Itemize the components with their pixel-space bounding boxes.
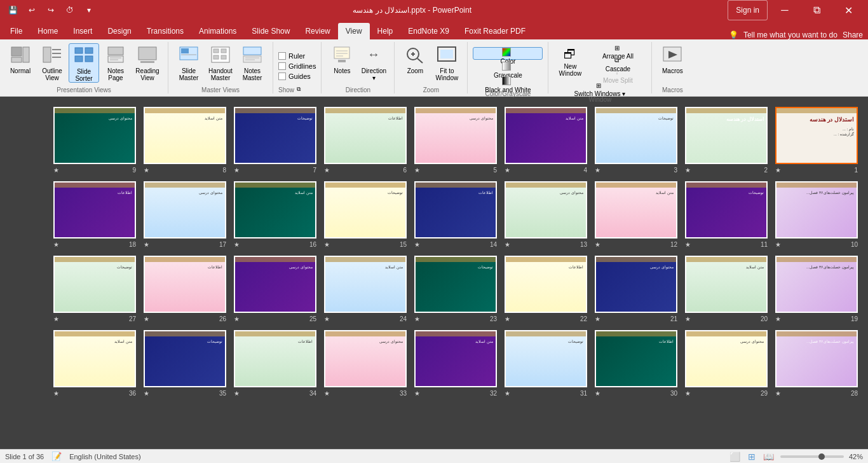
move-split-button[interactable]: ↕ Move Split xyxy=(589,69,646,80)
cascade-button[interactable]: ⧉ Cascade xyxy=(589,57,646,68)
close-button[interactable]: ✕ xyxy=(834,0,863,20)
normal-view-status-button[interactable]: ⬜ xyxy=(728,452,742,462)
list-item[interactable]: استدلال در هندسه★2 xyxy=(685,107,768,174)
tab-insert[interactable]: Insert xyxy=(65,23,100,39)
list-item[interactable]: محتوای درسی★29 xyxy=(685,330,768,397)
zoom-slider[interactable] xyxy=(780,455,844,458)
tab-file[interactable]: File xyxy=(3,23,30,39)
notes-icon[interactable]: 📝 xyxy=(51,452,62,461)
guides-checkbox[interactable]: Guides xyxy=(278,72,311,81)
tab-help[interactable]: Help xyxy=(370,23,401,39)
macros-button[interactable]: Macros xyxy=(657,43,688,83)
list-item[interactable]: متن اسلاید★24 xyxy=(324,256,407,322)
gridlines-checkbox[interactable]: Gridlines xyxy=(278,62,316,71)
tell-me-input[interactable]: Tell me what you want to do xyxy=(743,31,837,39)
restore-button[interactable]: ⧉ xyxy=(802,0,831,20)
list-item[interactable]: توضیحات★23 xyxy=(414,256,497,322)
tab-design[interactable]: Design xyxy=(100,23,139,39)
tab-home[interactable]: Home xyxy=(30,23,65,39)
handout-master-button[interactable]: Handout Master xyxy=(205,43,236,83)
list-item[interactable]: متن اسلاید★4 xyxy=(505,107,587,174)
slide-sorter-button[interactable]: Slide Sorter xyxy=(69,43,99,83)
svg-rect-18 xyxy=(181,48,189,53)
list-item[interactable]: اطلاعات★26 xyxy=(144,256,226,322)
normal-view-button[interactable]: Normal xyxy=(5,43,36,83)
list-item[interactable]: محتوای درسی★25 xyxy=(234,256,316,322)
show-dialog-button[interactable]: ⧉ xyxy=(297,86,301,93)
save-button[interactable]: 💾 xyxy=(5,3,20,18)
view-direction-button[interactable]: ↔ Direction ▾ xyxy=(358,43,389,83)
ruler-checkbox[interactable]: Ruler xyxy=(278,52,305,60)
list-item[interactable]: توضیحات★31 xyxy=(505,330,587,397)
black-white-button[interactable]: Black and White xyxy=(473,76,543,89)
customize-qat[interactable]: ▾ xyxy=(81,3,97,18)
arrange-all-button[interactable]: ⊞ Arrange All xyxy=(589,45,646,56)
sign-in-button[interactable]: Sign in xyxy=(728,0,768,20)
reading-view-button[interactable]: Reading View xyxy=(132,43,163,83)
zoom-button[interactable]: Zoom xyxy=(400,43,430,83)
window-group: 🗗 New Window ⊞ Arrange All ⧉ Cascade ↕ M… xyxy=(548,42,652,93)
list-item[interactable]: توضیحات★3 xyxy=(595,107,677,174)
list-item[interactable]: توضیحات★11 xyxy=(685,181,768,248)
slide-master-label: Slide Master xyxy=(175,67,203,81)
list-item[interactable]: پیرامون خصلت‌های ۳۶ فصل...★28 xyxy=(775,330,858,397)
list-item[interactable]: محتوای درسی★21 xyxy=(595,256,677,322)
list-item[interactable]: متن اسلاید★12 xyxy=(595,181,677,248)
list-item[interactable]: توضیحات★15 xyxy=(324,181,407,248)
share-button[interactable]: Share xyxy=(843,31,863,39)
new-window-icon: 🗗 xyxy=(564,47,576,62)
reading-view-status-button[interactable]: 📖 xyxy=(762,452,775,462)
window-col: ⊞ Arrange All ⧉ Cascade ↕ Move Split xyxy=(589,45,646,80)
list-item[interactable]: محتوای درسی★5 xyxy=(414,107,497,174)
list-item[interactable]: محتوای درسی★9 xyxy=(53,107,136,174)
list-item[interactable]: پیرامون خصلت‌های ۳۶ فصل...★10 xyxy=(775,181,858,248)
fit-to-window-button[interactable]: Fit to Window xyxy=(431,43,462,83)
slide-master-button[interactable]: Slide Master xyxy=(173,43,204,83)
color-button[interactable]: Color xyxy=(473,47,543,60)
tab-transitions[interactable]: Transitions xyxy=(139,23,191,39)
title-bar-left: 💾 ↩ ↪ ⏱ ▾ xyxy=(5,3,97,18)
direction-icon: ↔ xyxy=(363,46,384,66)
list-item[interactable]: توضیحات★7 xyxy=(234,107,316,174)
notes-page-button[interactable]: Notes Page xyxy=(100,43,131,83)
master-views-content: Slide Master Handout Master xyxy=(173,42,268,85)
timer-button[interactable]: ⏱ xyxy=(62,3,78,18)
list-item[interactable]: اطلاعات★22 xyxy=(505,256,587,322)
tab-slide-show[interactable]: Slide Show xyxy=(244,23,297,39)
undo-button[interactable]: ↩ xyxy=(24,3,39,18)
tab-foxit[interactable]: Foxit Reader PDF xyxy=(457,23,533,39)
list-item[interactable]: اطلاعات★18 xyxy=(53,181,136,248)
list-item[interactable]: پیرامون خصلت‌های ۳۶ فصل...★19 xyxy=(775,256,858,322)
list-item[interactable]: اطلاعات★34 xyxy=(234,330,316,397)
switch-windows-button[interactable]: ⊞ Switch Windows ▾ xyxy=(553,82,646,95)
tab-review[interactable]: Review xyxy=(297,23,337,39)
new-window-button[interactable]: 🗗 New Window xyxy=(553,45,587,76)
macros-group: Macros Macros xyxy=(652,42,693,93)
notes-master-button[interactable]: Notes Master xyxy=(237,43,268,83)
list-item[interactable]: متن اسلاید★32 xyxy=(414,330,497,397)
tab-animations[interactable]: Animations xyxy=(191,23,244,39)
list-item[interactable]: متن اسلاید★36 xyxy=(53,330,136,397)
list-item[interactable]: استدلال در هندسهنام : ...گزارشده : ...★1 xyxy=(775,107,858,174)
tab-view[interactable]: View xyxy=(338,23,370,39)
list-item[interactable]: محتوای درسی★33 xyxy=(324,330,407,397)
list-item[interactable]: توضیحات★27 xyxy=(53,256,136,322)
list-item[interactable]: اطلاعات★14 xyxy=(414,181,497,248)
list-item[interactable]: متن اسلاید★20 xyxy=(685,256,768,322)
grayscale-button[interactable]: Grayscale xyxy=(473,62,543,74)
zoom-group-label: Zoom xyxy=(400,85,462,93)
handout-master-label: Handout Master xyxy=(207,67,234,81)
list-item[interactable]: محتوای درسی★17 xyxy=(144,181,226,248)
notes-button[interactable]: Notes xyxy=(327,43,357,83)
list-item[interactable]: محتوای درسی★13 xyxy=(505,181,587,248)
redo-button[interactable]: ↪ xyxy=(43,3,58,18)
outline-view-button[interactable]: Outline View xyxy=(37,43,67,83)
list-item[interactable]: متن اسلاید★8 xyxy=(144,107,226,174)
list-item[interactable]: توضیحات★35 xyxy=(144,330,226,397)
list-item[interactable]: اطلاعات★6 xyxy=(324,107,407,174)
list-item[interactable]: اطلاعات★30 xyxy=(595,330,677,397)
list-item[interactable]: متن اسلاید★16 xyxy=(234,181,316,248)
slide-sorter-status-button[interactable]: ⊞ xyxy=(747,452,757,462)
minimize-button[interactable]: ─ xyxy=(770,0,799,20)
tab-endnote[interactable]: EndNote X9 xyxy=(400,23,457,39)
